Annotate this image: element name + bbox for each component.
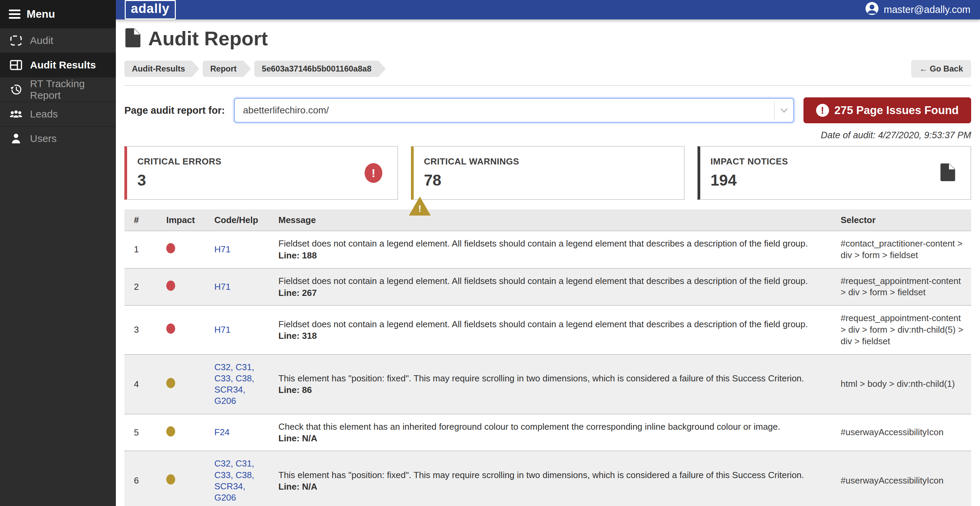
- issue-line: Line: 86: [278, 385, 828, 395]
- issue-line: Line: 188: [278, 250, 828, 261]
- issue-message: Check that this element has an inherited…: [278, 421, 828, 433]
- person-icon: [10, 133, 22, 144]
- layout-table-icon: [10, 59, 22, 71]
- sidebar-item-users[interactable]: Users: [0, 126, 116, 151]
- breadcrumb: Audit-Results Report 5e603a37146b5b00116…: [124, 60, 971, 78]
- breadcrumb-audit-results[interactable]: Audit-Results: [124, 60, 199, 77]
- issues-table-header: # Impact Code/Help Message Selector: [124, 209, 971, 230]
- sidebar-item-leads[interactable]: Leads: [0, 102, 116, 126]
- impact-dot: [166, 426, 175, 436]
- card-label: CRITICAL ERRORS: [137, 156, 387, 167]
- error-circle-icon: [364, 163, 382, 183]
- table-row: 4 C32, C31, C33, C38, SCR34, G206 This e…: [124, 354, 971, 414]
- sidebar-item-label: Audit Results: [30, 59, 96, 71]
- report-selector-row: Page audit report for: abetterlifechiro.…: [124, 97, 971, 123]
- adally-logo[interactable]: adally: [125, 0, 176, 19]
- issue-message: Fieldset does not contain a legend eleme…: [278, 276, 828, 287]
- issue-message: This element has "position: fixed". This…: [278, 373, 828, 384]
- page-content: Audit Report Audit-Results Report 5e603a…: [116, 19, 980, 506]
- col-header-num: #: [124, 215, 160, 225]
- card-label: IMPACT NOTICES: [711, 156, 960, 167]
- exclamation-circle-icon: [816, 104, 829, 117]
- col-header-impact: Impact: [160, 215, 210, 225]
- row-num: 1: [124, 244, 160, 255]
- card-label: CRITICAL WARNINGS: [424, 156, 674, 167]
- sidebar-item-label: Users: [30, 133, 57, 144]
- impact-dot: [166, 281, 175, 291]
- table-row: 2 H71 Fieldset does not contain a legend…: [124, 268, 971, 305]
- issue-message: Fieldset does not contain a legend eleme…: [278, 319, 828, 330]
- code-link[interactable]: H71: [214, 324, 247, 335]
- chevron-down-icon[interactable]: [774, 101, 793, 120]
- sidebar-item-rt-tracking-report[interactable]: RT Tracking Report: [0, 77, 116, 102]
- code-link[interactable]: C32, C31, C33, C38, SCR34, G206: [214, 362, 274, 407]
- issue-line: Line: 318: [278, 331, 828, 341]
- table-row: 3 H71 Fieldset does not contain a legend…: [124, 305, 971, 354]
- code-link[interactable]: H71: [214, 244, 247, 255]
- table-row: 5 F24 Check that this element has an inh…: [124, 414, 971, 451]
- scan-icon: [10, 35, 22, 46]
- site-select-value: abetterlifechiro.com/: [243, 105, 329, 116]
- issue-message: Fieldset does not contain a legend eleme…: [278, 238, 828, 249]
- site-select[interactable]: abetterlifechiro.com/: [234, 98, 794, 122]
- critical-warnings-card: CRITICAL WARNINGS 78: [411, 146, 684, 200]
- issue-selector: html > body > div:nth-child(1): [837, 378, 971, 390]
- summary-cards: CRITICAL ERRORS 3 CRITICAL WARNINGS 78 I…: [124, 146, 971, 200]
- row-num: 5: [124, 427, 160, 438]
- col-header-message: Message: [274, 215, 837, 225]
- code-link[interactable]: F24: [214, 427, 245, 438]
- hamburger-icon[interactable]: [9, 10, 21, 19]
- sidebar-item-audit[interactable]: Audit: [0, 28, 116, 52]
- issues-table: # Impact Code/Help Message Selector 1 H7…: [124, 209, 971, 506]
- issue-selector: #userwayAccessibilityIcon: [837, 475, 971, 487]
- notice-file-icon: [940, 163, 956, 183]
- menu-label: Menu: [27, 8, 55, 21]
- topbar: adally master@adally.com: [116, 0, 980, 19]
- user-email: master@adally.com: [884, 4, 970, 15]
- sidebar-item-audit-results[interactable]: Audit Results: [0, 52, 116, 77]
- go-back-button[interactable]: ← Go Back: [911, 60, 971, 78]
- issue-selector: #userwayAccessibilityIcon: [837, 427, 971, 438]
- table-row: 1 H71 Fieldset does not contain a legend…: [124, 230, 971, 268]
- issue-line: Line: 267: [278, 288, 828, 298]
- issue-message: This element has "position: fixed". This…: [278, 470, 828, 481]
- issue-line: Line: N/A: [278, 433, 828, 444]
- issue-selector: #request_appointment-content > div > for…: [837, 312, 971, 347]
- avatar-icon: [865, 2, 879, 18]
- main-area: adally master@adally.com Audit Report Au…: [116, 0, 980, 506]
- issue-selector: #contact_practitioner-content > div > fo…: [837, 238, 971, 261]
- warning-triangle-icon: [409, 197, 431, 216]
- sidebar-item-label: Leads: [30, 108, 58, 120]
- impact-dot: [166, 243, 175, 253]
- row-num: 3: [124, 325, 160, 335]
- date-of-audit: Date of audit: 4/27/2020, 9:53:37 PM: [124, 130, 971, 141]
- card-value: 78: [424, 171, 674, 189]
- impact-dot: [166, 324, 175, 334]
- col-header-selector: Selector: [837, 215, 971, 225]
- breadcrumb-report[interactable]: Report: [203, 60, 251, 77]
- table-row: 6 C32, C31, C33, C38, SCR34, G206 This e…: [124, 450, 971, 506]
- history-icon: [10, 83, 22, 96]
- code-link[interactable]: H71: [214, 281, 247, 292]
- report-for-label: Page audit report for:: [124, 105, 234, 116]
- card-value: 3: [137, 171, 387, 189]
- issue-selector: #request_appointment-content > div > for…: [837, 276, 971, 299]
- menu-header[interactable]: Menu: [0, 0, 116, 28]
- row-num: 6: [124, 475, 160, 486]
- user-menu[interactable]: master@adally.com: [865, 2, 970, 18]
- card-value: 194: [711, 171, 960, 189]
- row-num: 4: [124, 379, 160, 390]
- page-issues-label: 275 Page Issues Found: [835, 104, 959, 117]
- breadcrumb-report-id[interactable]: 5e603a37146b5b001160a8a8: [254, 60, 386, 77]
- impact-notices-card: IMPACT NOTICES 194: [697, 146, 971, 200]
- title-row: Audit Report: [124, 27, 971, 50]
- issue-line: Line: N/A: [278, 482, 828, 492]
- document-icon: [124, 28, 141, 49]
- page-issues-button[interactable]: 275 Page Issues Found: [803, 97, 971, 123]
- page-title: Audit Report: [148, 27, 268, 50]
- impact-dot: [166, 378, 175, 388]
- sidebar-item-label: RT Tracking Report: [30, 78, 116, 101]
- critical-errors-card: CRITICAL ERRORS 3: [124, 146, 398, 200]
- code-link[interactable]: C32, C31, C33, C38, SCR34, G206: [214, 458, 274, 503]
- sidebar: Menu Audit Audit Results RT Tracking Rep…: [0, 0, 116, 506]
